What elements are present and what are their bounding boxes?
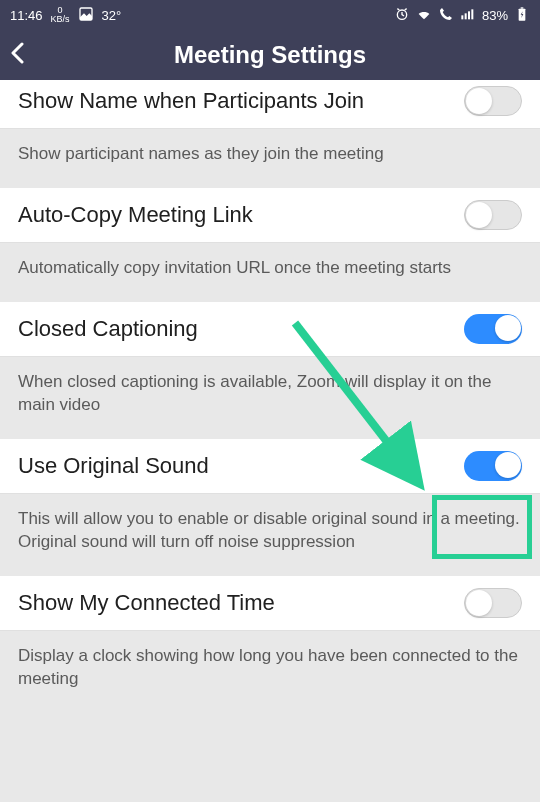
toggle-show-name[interactable] [464, 86, 522, 116]
toggle-auto-copy[interactable] [464, 200, 522, 230]
setting-desc: When closed captioning is available, Zoo… [0, 357, 540, 439]
status-temp: 32° [102, 8, 122, 23]
image-icon [78, 6, 94, 25]
setting-title: Show My Connected Time [18, 590, 464, 616]
toggle-original-sound[interactable] [464, 451, 522, 481]
setting-row-original-sound[interactable]: Use Original Sound [0, 439, 540, 494]
setting-title: Use Original Sound [18, 453, 464, 479]
setting-desc: This will allow you to enable or disable… [0, 494, 540, 576]
setting-title: Show Name when Participants Join [18, 88, 464, 114]
setting-title: Closed Captioning [18, 316, 464, 342]
setting-desc: Display a clock showing how long you hav… [0, 631, 540, 713]
status-speed: 0 KB/s [51, 6, 70, 24]
back-button[interactable] [10, 40, 24, 71]
status-battery: 83% [482, 8, 508, 23]
wifi-icon [416, 6, 432, 25]
battery-icon [514, 6, 530, 25]
setting-row-closed-captioning[interactable]: Closed Captioning [0, 302, 540, 357]
setting-desc: Show participant names as they join the … [0, 129, 540, 188]
status-right: 83% [394, 6, 530, 25]
page-title: Meeting Settings [0, 41, 540, 69]
status-time: 11:46 [10, 8, 43, 23]
status-left: 11:46 0 KB/s 32° [10, 6, 121, 25]
setting-row-auto-copy[interactable]: Auto-Copy Meeting Link [0, 188, 540, 243]
svg-rect-4 [468, 11, 470, 19]
svg-rect-7 [521, 7, 524, 8]
status-bar: 11:46 0 KB/s 32° 83% [0, 0, 540, 30]
call-icon [438, 6, 454, 25]
setting-desc: Automatically copy invitation URL once t… [0, 243, 540, 302]
header: Meeting Settings [0, 30, 540, 80]
signal-icon [460, 6, 476, 25]
setting-row-connected-time[interactable]: Show My Connected Time [0, 576, 540, 631]
toggle-connected-time[interactable] [464, 588, 522, 618]
alarm-icon [394, 6, 410, 25]
svg-rect-5 [471, 9, 473, 19]
svg-rect-2 [461, 15, 463, 19]
svg-rect-3 [465, 13, 467, 19]
setting-title: Auto-Copy Meeting Link [18, 202, 464, 228]
toggle-closed-captioning[interactable] [464, 314, 522, 344]
setting-row-show-name[interactable]: Show Name when Participants Join [0, 80, 540, 129]
